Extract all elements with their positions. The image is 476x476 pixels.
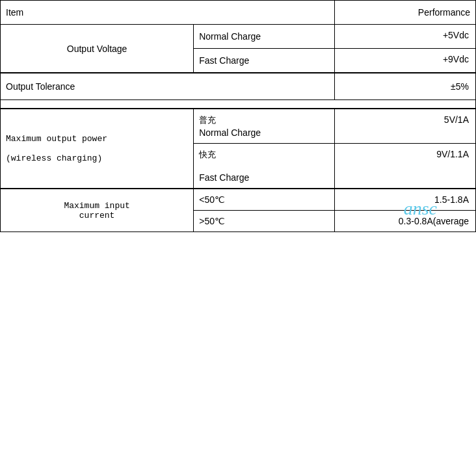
output-tolerance-label: Output Tolerance — [1, 73, 335, 100]
normal-charge-label: Normal Charge — [199, 31, 261, 42]
fast-charge-perf: +9Vdc — [335, 49, 476, 73]
table-row: Output Voltage Normal Charge +5Vdc — [1, 25, 476, 49]
max-output-power-label: Maximum output power (wireless charging) — [1, 109, 194, 189]
max-input-current-label: Maximum input current — [1, 189, 194, 232]
input-current-high-temp-perf: 0.3-0.8A(average — [335, 211, 476, 232]
max-output-normal-perf: 5V/1A — [335, 109, 476, 144]
fast-charge-cell: Fast Charge — [194, 49, 335, 73]
table-row: Output Tolerance ±5% — [1, 73, 476, 100]
input-current-low-temp-cell: <50℃ — [194, 189, 335, 211]
normal-charge-text: Normal Charge — [199, 127, 261, 138]
max-output-fast-perf: 9V/1.1A — [335, 144, 476, 189]
normal-charge-perf: +5Vdc — [335, 25, 476, 49]
spec-table: Item Performance Output Voltage Normal C… — [0, 0, 476, 232]
header-performance: Performance — [335, 1, 476, 25]
input-current-low-temp-perf: 1.5-1.8A — [335, 189, 476, 211]
max-output-fast-charge-cell: 快充 Fast Charge — [194, 144, 335, 189]
input-current-high-temp-cell: >50℃ — [194, 211, 335, 232]
spacing-row — [1, 100, 476, 109]
header-item: Item — [1, 1, 335, 25]
high-temp-condition: >50℃ — [199, 216, 225, 226]
normal-charge-cell: Normal Charge — [194, 25, 335, 49]
fast-charge-text: Fast Charge — [199, 172, 249, 183]
low-temp-condition: <50℃ — [199, 194, 225, 205]
table-row: Maximum input current <50℃ 1.5-1.8A — [1, 189, 476, 211]
table-row: Maximum output power (wireless charging)… — [1, 109, 476, 144]
fast-charge-label: Fast Charge — [199, 55, 249, 66]
output-voltage-label: Output Voltage — [1, 25, 194, 73]
chinese-normal-label: 普充 — [199, 114, 329, 126]
max-output-normal-charge-cell: 普充 Normal Charge — [194, 109, 335, 144]
chinese-fast-label: 快充 — [199, 149, 329, 161]
output-tolerance-perf: ±5% — [335, 73, 476, 100]
